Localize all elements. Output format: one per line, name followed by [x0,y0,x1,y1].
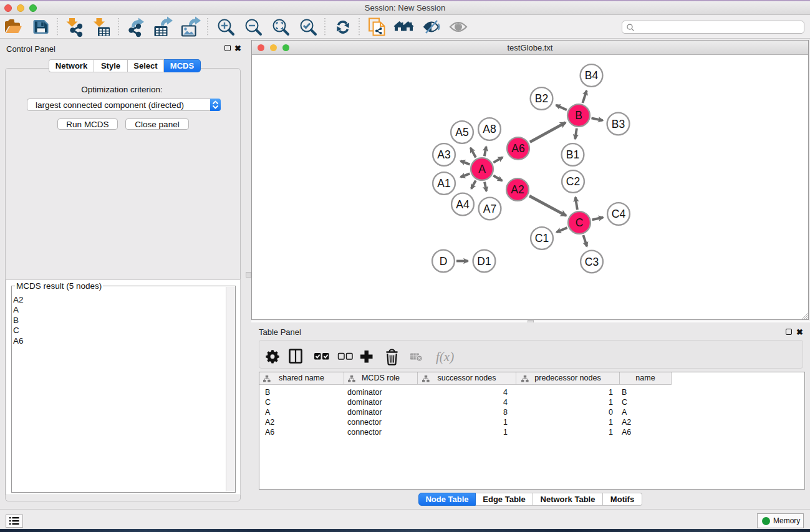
svg-text:B1: B1 [566,148,579,161]
svg-text:B3: B3 [612,118,625,130]
svg-text:A2: A2 [511,183,524,196]
svg-text:A8: A8 [483,123,496,135]
svg-text:B2: B2 [535,92,548,105]
svg-text:A6: A6 [511,142,524,155]
svg-text:f(x): f(x) [436,349,454,364]
svg-text:D1: D1 [477,255,491,268]
svg-text:A: A [478,163,486,175]
svg-text:C4: C4 [612,208,626,220]
svg-text:C: C [576,216,584,229]
svg-text:A4: A4 [456,198,470,211]
svg-text:A3: A3 [437,148,450,161]
svg-text:B4: B4 [585,69,599,82]
svg-text:B: B [575,109,582,122]
svg-text:C1: C1 [535,232,549,244]
svg-text:A7: A7 [483,203,496,215]
svg-text:A1: A1 [437,177,450,190]
svg-text:C3: C3 [585,256,599,268]
svg-text:D: D [440,255,448,268]
svg-text:A5: A5 [455,126,468,138]
svg-text:C2: C2 [566,175,580,188]
